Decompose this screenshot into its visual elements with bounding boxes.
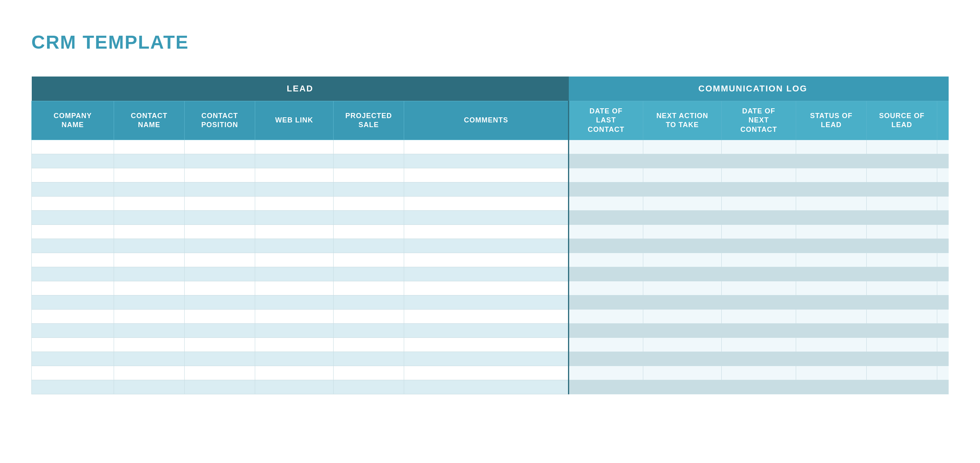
cell-lead-2[interactable] (185, 310, 255, 324)
cell-comm-0[interactable] (569, 239, 643, 253)
cell-comm-5[interactable] (937, 338, 949, 352)
cell-lead-1[interactable] (114, 352, 185, 366)
cell-comm-2[interactable] (722, 225, 796, 239)
cell-lead-3[interactable] (255, 154, 334, 168)
table-row[interactable] (32, 295, 949, 310)
cell-comm-4[interactable] (867, 225, 937, 239)
cell-lead-4[interactable] (334, 338, 404, 352)
table-row[interactable] (32, 197, 949, 211)
cell-lead-4[interactable] (334, 310, 404, 324)
cell-comm-3[interactable] (796, 267, 867, 281)
cell-lead-5[interactable] (404, 281, 569, 295)
cell-comm-2[interactable] (722, 140, 796, 154)
cell-comm-1[interactable] (643, 182, 722, 197)
cell-lead-4[interactable] (334, 380, 404, 394)
cell-lead-5[interactable] (404, 239, 569, 253)
cell-comm-1[interactable] (643, 140, 722, 154)
cell-comm-4[interactable] (867, 253, 937, 267)
cell-lead-0[interactable] (32, 197, 114, 211)
cell-lead-3[interactable] (255, 197, 334, 211)
cell-comm-4[interactable] (867, 338, 937, 352)
cell-comm-0[interactable] (569, 310, 643, 324)
cell-comm-3[interactable] (796, 140, 867, 154)
cell-lead-2[interactable] (185, 211, 255, 225)
cell-comm-0[interactable] (569, 352, 643, 366)
cell-lead-4[interactable] (334, 154, 404, 168)
cell-comm-2[interactable] (722, 324, 796, 338)
cell-lead-2[interactable] (185, 154, 255, 168)
cell-lead-3[interactable] (255, 253, 334, 267)
cell-lead-4[interactable] (334, 239, 404, 253)
cell-comm-2[interactable] (722, 352, 796, 366)
cell-lead-1[interactable] (114, 211, 185, 225)
cell-comm-0[interactable] (569, 366, 643, 380)
cell-lead-5[interactable] (404, 211, 569, 225)
cell-comm-5[interactable] (937, 295, 949, 310)
cell-comm-5[interactable] (937, 267, 949, 281)
cell-comm-4[interactable] (867, 281, 937, 295)
cell-comm-1[interactable] (643, 225, 722, 239)
cell-comm-4[interactable] (867, 182, 937, 197)
cell-lead-2[interactable] (185, 197, 255, 211)
cell-lead-4[interactable] (334, 140, 404, 154)
cell-comm-2[interactable] (722, 380, 796, 394)
cell-lead-5[interactable] (404, 338, 569, 352)
cell-comm-3[interactable] (796, 295, 867, 310)
cell-comm-2[interactable] (722, 366, 796, 380)
cell-lead-2[interactable] (185, 295, 255, 310)
cell-comm-3[interactable] (796, 182, 867, 197)
cell-comm-1[interactable] (643, 380, 722, 394)
table-row[interactable] (32, 380, 949, 394)
cell-lead-1[interactable] (114, 338, 185, 352)
cell-lead-5[interactable] (404, 324, 569, 338)
cell-lead-1[interactable] (114, 267, 185, 281)
cell-comm-3[interactable] (796, 225, 867, 239)
cell-lead-2[interactable] (185, 352, 255, 366)
cell-lead-3[interactable] (255, 352, 334, 366)
cell-lead-0[interactable] (32, 225, 114, 239)
cell-lead-5[interactable] (404, 366, 569, 380)
cell-lead-0[interactable] (32, 310, 114, 324)
cell-comm-5[interactable] (937, 154, 949, 168)
cell-lead-3[interactable] (255, 281, 334, 295)
table-row[interactable] (32, 253, 949, 267)
cell-comm-1[interactable] (643, 310, 722, 324)
cell-comm-5[interactable] (937, 182, 949, 197)
cell-comm-1[interactable] (643, 281, 722, 295)
cell-lead-0[interactable] (32, 338, 114, 352)
cell-comm-5[interactable] (937, 168, 949, 182)
table-row[interactable] (32, 211, 949, 225)
cell-lead-3[interactable] (255, 324, 334, 338)
cell-lead-4[interactable] (334, 197, 404, 211)
cell-lead-3[interactable] (255, 211, 334, 225)
cell-comm-4[interactable] (867, 310, 937, 324)
cell-lead-1[interactable] (114, 182, 185, 197)
cell-comm-1[interactable] (643, 338, 722, 352)
cell-comm-0[interactable] (569, 295, 643, 310)
cell-lead-2[interactable] (185, 281, 255, 295)
cell-lead-3[interactable] (255, 182, 334, 197)
cell-lead-2[interactable] (185, 182, 255, 197)
cell-comm-4[interactable] (867, 211, 937, 225)
table-row[interactable] (32, 366, 949, 380)
cell-lead-0[interactable] (32, 267, 114, 281)
cell-comm-1[interactable] (643, 168, 722, 182)
cell-comm-2[interactable] (722, 182, 796, 197)
cell-comm-1[interactable] (643, 154, 722, 168)
cell-lead-5[interactable] (404, 380, 569, 394)
cell-lead-1[interactable] (114, 310, 185, 324)
cell-lead-4[interactable] (334, 366, 404, 380)
cell-comm-5[interactable] (937, 197, 949, 211)
cell-comm-1[interactable] (643, 324, 722, 338)
cell-comm-5[interactable] (937, 310, 949, 324)
cell-comm-4[interactable] (867, 197, 937, 211)
cell-comm-3[interactable] (796, 168, 867, 182)
cell-comm-4[interactable] (867, 380, 937, 394)
cell-comm-4[interactable] (867, 168, 937, 182)
cell-comm-5[interactable] (937, 352, 949, 366)
cell-comm-3[interactable] (796, 211, 867, 225)
cell-lead-1[interactable] (114, 225, 185, 239)
cell-comm-4[interactable] (867, 366, 937, 380)
cell-comm-5[interactable] (937, 324, 949, 338)
cell-comm-5[interactable] (937, 281, 949, 295)
